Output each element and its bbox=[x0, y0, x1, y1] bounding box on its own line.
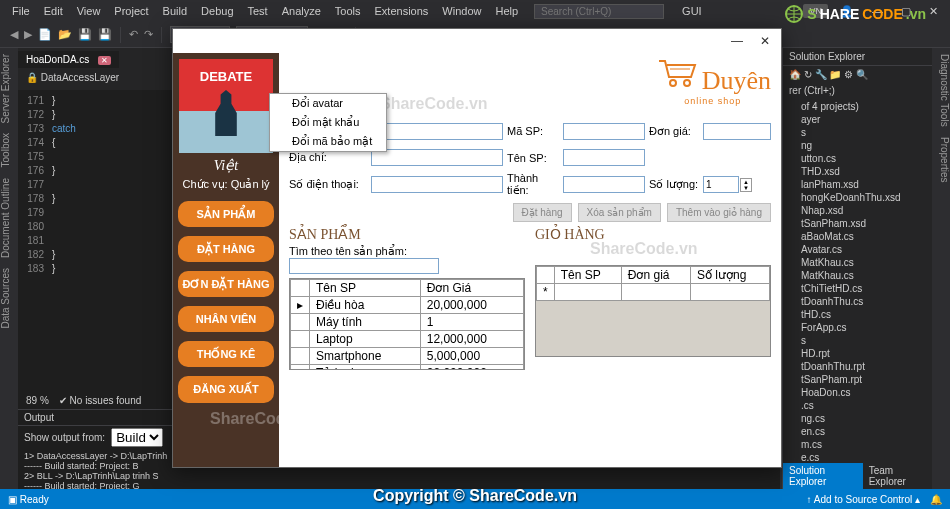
save-all-icon[interactable]: 💾 bbox=[98, 28, 112, 41]
nav-staff[interactable]: NHÂN VIÊN bbox=[178, 306, 274, 332]
col-cart-price[interactable]: Đơn giá bbox=[621, 267, 690, 284]
col-cart-qty[interactable]: Số lượng bbox=[691, 267, 770, 284]
tree-item[interactable]: HoaDon.cs bbox=[789, 386, 926, 399]
input-address[interactable] bbox=[371, 149, 503, 166]
tree-item[interactable]: en.cs bbox=[789, 425, 926, 438]
data-sources-tab[interactable]: Data Sources bbox=[0, 268, 18, 329]
tree-item[interactable]: MatKhau.cs bbox=[789, 256, 926, 269]
input-sp-name[interactable] bbox=[563, 149, 645, 166]
diagnostic-tools-tab[interactable]: Diagnostic Tools bbox=[932, 54, 950, 127]
nav-orders-list[interactable]: ĐƠN ĐẶT HÀNG bbox=[178, 271, 274, 297]
document-outline-tab[interactable]: Document Outline bbox=[0, 178, 18, 258]
tree-item[interactable]: tDoanhThu.cs bbox=[789, 295, 926, 308]
tree-item[interactable]: Nhap.xsd bbox=[789, 204, 926, 217]
menu-edit[interactable]: Edit bbox=[38, 3, 69, 19]
app-minimize-icon[interactable]: — bbox=[727, 34, 747, 48]
forward-icon[interactable]: ▶ bbox=[24, 28, 32, 41]
tree-item[interactable]: utton.cs bbox=[789, 152, 926, 165]
menu-change-security[interactable]: Đổi mã bảo mật bbox=[270, 132, 386, 151]
sharecode-logo: SHARECODE.vn bbox=[784, 4, 926, 24]
btn-remove-product[interactable]: Xóa sản phẩm bbox=[578, 203, 661, 222]
tab-close-icon[interactable]: ✕ bbox=[98, 56, 111, 65]
tree-item[interactable]: .cs bbox=[789, 399, 926, 412]
tree-item[interactable]: Avatar.cs bbox=[789, 243, 926, 256]
menu-window[interactable]: Window bbox=[436, 3, 487, 19]
input-search-product[interactable] bbox=[289, 258, 439, 274]
menu-file[interactable]: File bbox=[6, 3, 36, 19]
menu-test[interactable]: Test bbox=[242, 3, 274, 19]
solution-explorer-tab[interactable]: Solution Explorer bbox=[783, 463, 863, 489]
open-icon[interactable]: 📂 bbox=[58, 28, 72, 41]
menu-debug[interactable]: Debug bbox=[195, 3, 239, 19]
tree-item[interactable]: s bbox=[789, 334, 926, 347]
btn-add-cart[interactable]: Thêm vào giỏ hàng bbox=[667, 203, 771, 222]
toolbox-tab[interactable]: Toolbox bbox=[0, 133, 18, 167]
tree-item[interactable]: tDoanhThu.rpt bbox=[789, 360, 926, 373]
tree-root[interactable]: of 4 projects) bbox=[789, 100, 926, 113]
col-cart-name[interactable]: Tên SP bbox=[554, 267, 621, 284]
new-icon[interactable]: 📄 bbox=[38, 28, 52, 41]
properties-tab[interactable]: Properties bbox=[932, 137, 950, 183]
nav-order[interactable]: ĐẶT HÀNG bbox=[178, 236, 274, 262]
tree-item[interactable]: ForApp.cs bbox=[789, 321, 926, 334]
tree-item[interactable]: aBaoMat.cs bbox=[789, 230, 926, 243]
qty-down-icon[interactable]: ▼ bbox=[741, 185, 751, 191]
tree-item[interactable]: THD.xsd bbox=[789, 165, 926, 178]
input-customer[interactable] bbox=[371, 123, 503, 140]
tree-item[interactable]: MatKhau.cs bbox=[789, 269, 926, 282]
solution-toolbar[interactable]: 🏠 ↻ 🔧 📁 ⚙ 🔍 bbox=[783, 66, 932, 83]
solution-tree[interactable]: of 4 projects) ayer s ng utton.cs THD.xs… bbox=[783, 98, 932, 466]
nav-logout[interactable]: ĐĂNG XUẤT bbox=[178, 376, 274, 402]
tree-item[interactable]: lanPham.xsd bbox=[789, 178, 926, 191]
input-sp-code[interactable] bbox=[563, 123, 645, 140]
menu-build[interactable]: Build bbox=[157, 3, 193, 19]
menu-change-avatar[interactable]: Đổi avatar bbox=[270, 94, 386, 113]
menu-view[interactable]: View bbox=[71, 3, 107, 19]
app-close-icon[interactable]: ✕ bbox=[755, 34, 775, 48]
output-from-select[interactable]: Build bbox=[111, 428, 163, 447]
col-product-price[interactable]: Đơn Giá bbox=[420, 280, 523, 297]
input-phone[interactable] bbox=[371, 176, 503, 193]
editor-tab-active[interactable]: HoaDonDA.cs ✕ bbox=[18, 51, 119, 68]
input-unit-price[interactable] bbox=[703, 123, 771, 140]
undo-icon[interactable]: ↶ bbox=[129, 28, 138, 41]
zoom-level[interactable]: 89 % bbox=[26, 395, 49, 406]
server-explorer-tab[interactable]: Server Explorer bbox=[0, 54, 18, 123]
input-total[interactable] bbox=[563, 176, 645, 193]
menu-help[interactable]: Help bbox=[489, 3, 524, 19]
tree-item[interactable]: s bbox=[789, 126, 926, 139]
tree-item[interactable]: tSanPham.rpt bbox=[789, 373, 926, 386]
product-grid[interactable]: Tên SPĐơn Giá ▸Điều hòa20,000,000 Máy tí… bbox=[289, 278, 525, 370]
tree-item[interactable]: ng.cs bbox=[789, 412, 926, 425]
brand-name: Duyên bbox=[702, 66, 771, 95]
ide-search[interactable] bbox=[534, 4, 664, 19]
col-product-name[interactable]: Tên SP bbox=[310, 280, 421, 297]
globe-icon bbox=[784, 4, 804, 24]
tree-item[interactable]: HD.rpt bbox=[789, 347, 926, 360]
tree-item[interactable]: ng bbox=[789, 139, 926, 152]
team-explorer-tab[interactable]: Team Explorer bbox=[863, 463, 932, 489]
back-icon[interactable]: ◀ bbox=[10, 28, 18, 41]
menu-extensions[interactable]: Extensions bbox=[369, 3, 435, 19]
avatar[interactable]: DEBATE bbox=[179, 59, 273, 153]
menu-tools[interactable]: Tools bbox=[329, 3, 367, 19]
tree-item[interactable]: hongKeDoanhThu.xsd bbox=[789, 191, 926, 204]
nav-products[interactable]: SẢN PHẨM bbox=[178, 201, 274, 227]
tree-item[interactable]: m.cs bbox=[789, 438, 926, 451]
menu-analyze[interactable]: Analyze bbox=[276, 3, 327, 19]
btn-order[interactable]: Đặt hàng bbox=[513, 203, 572, 222]
close-icon[interactable]: ✕ bbox=[923, 3, 944, 20]
menu-change-password[interactable]: Đổi mật khẩu bbox=[270, 113, 386, 132]
notifications-icon[interactable]: 🔔 bbox=[930, 494, 942, 505]
cart-grid[interactable]: Tên SPĐơn giáSố lượng * bbox=[535, 265, 771, 357]
tree-item[interactable]: ayer bbox=[789, 113, 926, 126]
tree-item[interactable]: tChiTietHD.cs bbox=[789, 282, 926, 295]
tree-item[interactable]: tSanPham.xsd bbox=[789, 217, 926, 230]
redo-icon[interactable]: ↷ bbox=[144, 28, 153, 41]
tree-item[interactable]: tHD.cs bbox=[789, 308, 926, 321]
nav-stats[interactable]: THỐNG KÊ bbox=[178, 341, 274, 367]
save-icon[interactable]: 💾 bbox=[78, 28, 92, 41]
add-source-control[interactable]: ↑ Add to Source Control ▴ bbox=[807, 494, 920, 505]
input-qty[interactable] bbox=[703, 176, 739, 193]
menu-project[interactable]: Project bbox=[108, 3, 154, 19]
